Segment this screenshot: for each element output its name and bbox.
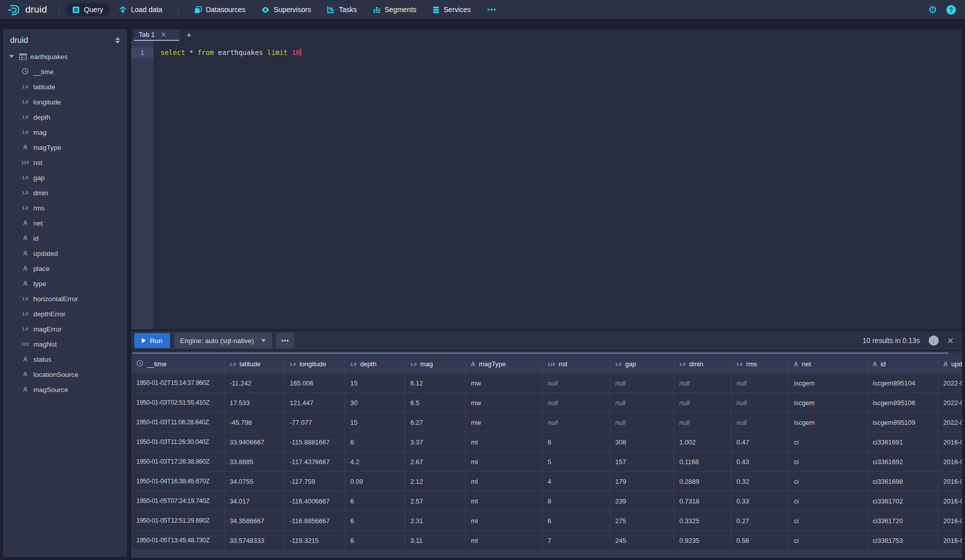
table-row-partial[interactable] [131,550,962,557]
sql-code-line[interactable]: select * from earthquakes limit 10 [160,47,301,58]
table-cell-time[interactable]: 1950-01-05T12:51:29.690Z [131,511,225,530]
table-cell-updated[interactable]: 2016-0 [938,472,962,491]
table-cell-nst[interactable]: 7 [543,531,610,550]
sidebar-column-magsource[interactable]: AmagSource [3,382,127,397]
table-cell-gap[interactable]: null [610,393,674,412]
table-cell-net[interactable]: ci [789,452,868,471]
table-cell-depth[interactable]: 0.09 [345,472,405,491]
download-results-icon[interactable]: ↓ [929,335,939,346]
nav-item-more[interactable] [480,6,503,14]
table-cell-longitude[interactable]: -117.4376667 [285,452,345,471]
table-cell-depth[interactable]: 4.2 [345,452,405,471]
table-cell-longitude[interactable]: -116.4006667 [285,491,345,511]
sidebar-column-place[interactable]: Aplace [3,261,127,276]
sidebar-column-time[interactable]: __time [3,64,127,79]
table-cell-mag[interactable]: 3.37 [405,432,466,452]
table-cell-rms[interactable]: 0.32 [731,472,789,491]
table-cell-id[interactable]: ci3361691 [868,432,938,452]
settings-gear-icon[interactable]: ⚙ [928,5,937,15]
table-cell-rms[interactable]: 0.27 [731,511,789,530]
table-cell-longitude[interactable]: -116.8856667 [285,511,345,530]
sidebar-column-rms[interactable]: 1.0rms [3,200,127,215]
table-cell-nst[interactable]: 4 [543,472,610,491]
table-cell-gap[interactable]: null [610,413,674,432]
table-cell-longitude[interactable]: 121.447 [285,393,345,412]
chevron-down-icon[interactable] [9,55,14,58]
table-cell-latitude[interactable]: 34.0755 [225,472,285,491]
table-cell-nst[interactable]: 6 [543,432,610,452]
table-header-magtype[interactable]: AmagType [466,355,543,373]
table-cell-nst[interactable]: 8 [543,491,610,511]
sidebar-column-longitude[interactable]: 1.0longitude [3,94,127,109]
table-cell-mag[interactable]: 6.27 [405,413,466,432]
table-cell-net[interactable]: ci [789,432,868,452]
table-cell-dmin[interactable]: null [674,393,731,412]
table-cell-latitude[interactable]: -45.798 [225,413,285,432]
run-button[interactable]: Run [134,333,170,348]
table-cell-depth[interactable]: 30 [345,393,405,412]
table-cell-dmin[interactable]: 0.3325 [674,511,731,530]
nav-item-segments[interactable]: Segments [366,3,423,16]
table-cell-mag[interactable]: 6.5 [405,393,466,412]
table-cell-time[interactable]: 1950-01-03T11:06:28.640Z [131,413,225,432]
table-header-depth[interactable]: 1.0depth [345,355,405,373]
table-cell-updated[interactable]: 2022-0 [938,393,962,412]
add-tab-button[interactable]: + [186,31,192,40]
table-cell-gap[interactable]: 179 [610,472,674,491]
table-cell-magtype[interactable]: ml [466,511,543,530]
table-cell-updated[interactable]: 2016-0 [938,531,962,550]
sidebar-column-updated[interactable]: Aupdated [3,246,127,261]
sidebar-column-mag[interactable]: 1.0mag [3,125,127,140]
table-cell-id[interactable]: ci3361720 [868,511,938,530]
nav-item-supervisors[interactable]: Supervisors [255,3,317,16]
tab-close-icon[interactable]: ✕ [161,31,167,38]
query-more-button[interactable]: ••• [276,333,294,348]
table-cell-id[interactable]: iscgem895106 [868,393,938,412]
table-cell-rms[interactable]: 0.47 [731,432,789,452]
sidebar-datasource-earthquakes[interactable]: earthquakes [3,49,127,64]
table-cell-mag[interactable]: 2.31 [405,511,466,530]
table-cell-id[interactable]: ci3361702 [868,491,938,511]
table-cell-net[interactable]: iscgem [789,373,868,393]
sidebar-column-latitude[interactable]: 1.0latitude [3,79,127,94]
table-cell-longitude[interactable]: -77.077 [285,413,345,432]
table-cell-rms[interactable]: null [731,393,789,412]
table-cell-updated[interactable]: 2016-0 [938,452,962,471]
table-cell-id[interactable]: ci3361692 [868,452,938,471]
table-cell-dmin[interactable]: 0.7318 [674,491,731,511]
table-cell-rms[interactable]: null [731,413,789,432]
table-cell-dmin[interactable]: 0.2889 [674,472,731,491]
table-cell-nst[interactable]: null [543,413,610,432]
table-header-updated[interactable]: Aupdated [938,355,962,373]
table-cell-mag[interactable]: 6.12 [405,373,466,393]
table-cell-latitude[interactable]: 17.533 [225,393,285,412]
table-cell-dmin[interactable]: null [674,373,731,393]
table-cell-dmin[interactable]: 1.002 [674,432,731,452]
table-header-nst[interactable]: 123nst [543,355,610,373]
close-results-icon[interactable]: ✕ [947,336,954,346]
druid-brand[interactable]: druid [0,3,53,17]
table-cell-nst[interactable]: null [543,393,610,412]
table-cell-magtype[interactable]: mw [466,373,543,393]
table-cell-rms[interactable]: null [731,373,789,393]
table-cell-longitude[interactable]: -119.3215 [285,531,345,550]
table-header-mag[interactable]: 1.0mag [405,355,466,373]
table-cell-updated[interactable]: 2016-0 [938,491,962,511]
double-caret-vertical-icon[interactable] [115,37,120,43]
table-cell-time[interactable]: 1950-01-03T17:26:38.860Z [131,452,225,471]
nav-item-query[interactable]: Query [66,3,110,16]
sidebar-column-deptherror[interactable]: 1.0depthError [3,306,127,321]
table-cell-net[interactable]: ci [789,491,868,511]
table-cell-time[interactable]: 1950-01-03T11:26:30.040Z [131,432,225,452]
table-cell-depth[interactable]: 6 [345,531,405,550]
table-cell-latitude[interactable]: 34.3586667 [225,511,285,530]
table-cell-mag[interactable]: 2.67 [405,452,466,471]
table-cell-time[interactable]: 1950-01-03T02:51:55.410Z [131,393,225,412]
table-cell-updated[interactable]: 2022-0 [938,413,962,432]
table-cell-depth[interactable]: 6 [345,491,405,511]
table-cell-net[interactable]: iscgem [789,413,868,432]
sidebar-column-horizontalerror[interactable]: 1.0horizontalError [3,291,127,306]
table-cell-magtype[interactable]: ml [466,452,543,471]
table-cell-gap[interactable]: null [610,373,674,393]
sql-editor[interactable]: 1 select * from earthquakes limit 10 [131,41,962,329]
